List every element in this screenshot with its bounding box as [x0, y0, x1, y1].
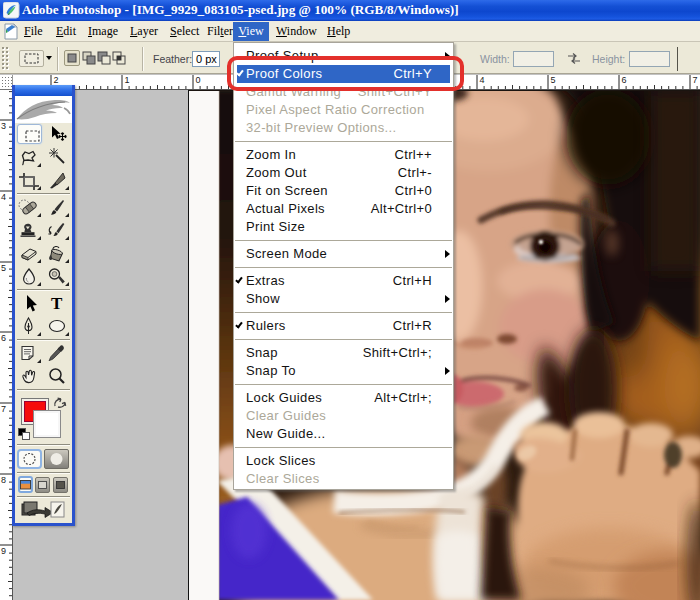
svg-text:7: 7: [693, 75, 698, 85]
svg-text:5: 5: [551, 75, 556, 85]
svg-text:1: 1: [125, 75, 130, 85]
svg-text:6: 6: [622, 75, 627, 85]
svg-text:7: 7: [1, 404, 6, 414]
svg-text:4: 4: [480, 75, 485, 85]
svg-text:5: 5: [1, 263, 6, 273]
svg-text:2: 2: [54, 75, 59, 85]
svg-text:8: 8: [1, 475, 6, 485]
svg-text:9: 9: [1, 546, 6, 556]
svg-text:0: 0: [196, 75, 201, 85]
svg-text:3: 3: [1, 121, 6, 131]
svg-text:T: T: [51, 294, 63, 313]
svg-text:4: 4: [1, 192, 6, 202]
svg-text:6: 6: [1, 333, 6, 343]
